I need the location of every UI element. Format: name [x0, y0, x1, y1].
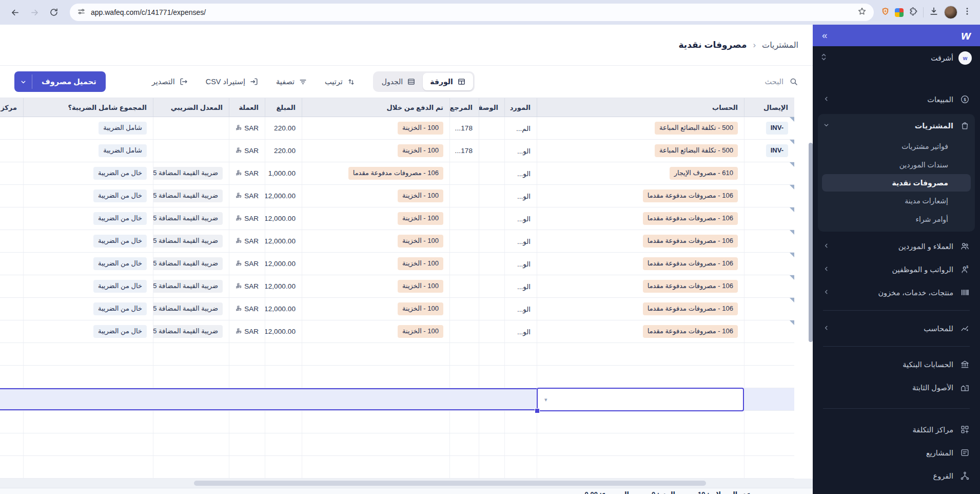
sort-button[interactable]: ترتيب [325, 78, 356, 86]
cell-description[interactable] [479, 207, 504, 230]
cell-amount[interactable]: 12,000.00 [265, 230, 302, 252]
cell-account[interactable] [537, 366, 744, 388]
cell-tax_rate[interactable]: ضريبة القيمة المضافة 15% [153, 298, 229, 320]
cell-currency[interactable]: SAR [229, 162, 265, 184]
cell-supplier[interactable]: الو... [504, 298, 537, 320]
cell-reference[interactable] [449, 366, 479, 388]
column-header-currency[interactable]: العملة [229, 98, 265, 117]
cell-paid_via[interactable]: 100 - الخزينة [302, 253, 449, 275]
cell-paid_via[interactable]: 100 - الخزينة [302, 275, 449, 297]
cell-account[interactable]: 500 - تكلفة البضائع المباعة [537, 140, 744, 162]
cell-tax_inclusive[interactable]: خال من الضريبة [23, 253, 153, 275]
filter-button[interactable]: تصفية [276, 78, 307, 86]
cell-tax_inclusive[interactable] [23, 411, 153, 433]
cell-tax_inclusive[interactable] [23, 343, 153, 365]
cell-cost_center[interactable] [0, 162, 23, 184]
sidebar-item-projects[interactable]: المشاريع [813, 441, 980, 464]
column-header-account[interactable]: الحساب [537, 98, 744, 117]
cell-receipt[interactable] [744, 366, 794, 388]
cell-paid_via[interactable]: 100 - الخزينة [302, 185, 449, 207]
reload-icon[interactable] [45, 4, 63, 21]
cell-cost_center[interactable] [0, 207, 23, 230]
cell-supplier[interactable]: الم... [504, 117, 537, 139]
view-table-tab[interactable]: الجدول [375, 73, 423, 90]
sidebar-subitem[interactable]: إشعارات مدينة [818, 192, 975, 210]
column-header-reference[interactable]: المرجع [449, 98, 479, 117]
forward-icon[interactable] [26, 4, 43, 21]
cell-paid_via[interactable] [302, 343, 449, 365]
cell-cost_center[interactable] [0, 117, 23, 139]
cell-reference[interactable] [449, 298, 479, 320]
cell-description[interactable] [479, 230, 504, 252]
view-sheet-tab[interactable]: الورقة [423, 73, 473, 90]
cell-description[interactable] [479, 320, 504, 343]
cell-amount[interactable]: 12,000.00 [265, 253, 302, 275]
cell-supplier[interactable]: الو... [504, 253, 537, 275]
cell-amount[interactable] [265, 366, 302, 388]
cell-supplier[interactable]: الو... [504, 140, 537, 162]
cell-account[interactable]: 106 - مصروفات مدفوعة مقدما [537, 320, 744, 343]
cell-description[interactable] [479, 140, 504, 162]
cell-tax_rate[interactable] [153, 117, 229, 139]
cell-account[interactable]: 500 - تكلفة البضائع المباعة [537, 117, 744, 139]
cell-currency[interactable] [229, 456, 265, 478]
cell-description[interactable] [479, 253, 504, 275]
cell-receipt[interactable] [744, 298, 794, 320]
cell-description[interactable] [479, 162, 504, 184]
cell-supplier[interactable]: الو... [504, 320, 537, 343]
horizontal-scrollbar-thumb[interactable] [194, 481, 706, 486]
cell-paid_via[interactable]: 100 - الخزينة [302, 230, 449, 252]
cell-tax_rate[interactable]: ضريبة القيمة المضافة 15% [153, 253, 229, 275]
shield-extension-icon[interactable] [881, 7, 890, 18]
cell-tax_rate[interactable]: ضريبة القيمة المضافة 15% [153, 320, 229, 343]
cell-tax_inclusive[interactable]: خال من الضريبة [23, 275, 153, 297]
cell-supplier[interactable] [504, 366, 537, 388]
sidebar-item-purchases[interactable]: المشتريات [818, 114, 975, 137]
sidebar-item-branches[interactable]: الفروع [813, 464, 980, 487]
cell-reference[interactable] [449, 185, 479, 207]
cell-account[interactable]: 106 - مصروفات مدفوعة مقدما [537, 275, 744, 297]
cell-cost_center[interactable] [0, 456, 23, 478]
cell-description[interactable] [479, 456, 504, 478]
cell-account[interactable]: 106 - مصروفات مدفوعة مقدما [537, 253, 744, 275]
cell-receipt[interactable] [744, 456, 794, 478]
site-settings-icon[interactable] [77, 7, 86, 18]
cell-description[interactable] [479, 433, 504, 455]
cell-currency[interactable]: SAR [229, 320, 265, 343]
sidebar-item-accountant[interactable]: للمحاسب [813, 317, 980, 340]
cell-account[interactable] [537, 343, 744, 365]
cell-account[interactable]: 106 - مصروفات مدفوعة مقدما [537, 298, 744, 320]
cell-description[interactable] [479, 275, 504, 297]
cell-amount[interactable]: 12,000.00 [265, 207, 302, 230]
cell-cost_center[interactable] [0, 230, 23, 252]
cell-description[interactable] [479, 185, 504, 207]
column-header-amount[interactable]: المبلغ [265, 98, 302, 117]
cell-supplier[interactable] [504, 411, 537, 433]
cell-supplier[interactable]: الو... [504, 275, 537, 297]
column-header-cost_center[interactable]: مركز التكلفة [0, 98, 23, 117]
sidebar-collapse-icon[interactable]: » [822, 30, 827, 41]
cell-supplier[interactable] [504, 456, 537, 478]
cell-currency[interactable] [229, 366, 265, 388]
cell-cost_center[interactable] [0, 343, 23, 365]
cell-receipt[interactable]: INV- [744, 117, 794, 139]
cell-paid_via[interactable] [302, 456, 449, 478]
cell-currency[interactable] [229, 411, 265, 433]
cell-reference[interactable]: 178... [449, 117, 479, 139]
cell-receipt[interactable] [744, 343, 794, 365]
cell-reference[interactable] [449, 456, 479, 478]
column-header-receipt[interactable]: الإيصال [744, 98, 794, 117]
cell-description[interactable] [479, 366, 504, 388]
cell-dropdown-icon[interactable]: ▾ [544, 396, 547, 403]
sidebar-item-cost_centers[interactable]: مراكز التكلفة [813, 418, 980, 441]
cell-tax_rate[interactable]: ضريبة القيمة المضافة 15% [153, 275, 229, 297]
sidebar-subitem[interactable]: سندات الموردين [818, 156, 975, 174]
cell-cost_center[interactable] [0, 411, 23, 433]
column-header-tax_rate[interactable]: المعدل الضريبي [153, 98, 229, 117]
sidebar-item-sales[interactable]: $المبيعات [813, 88, 980, 111]
cell-receipt[interactable] [744, 230, 794, 252]
active-cell[interactable]: ▾ [537, 388, 744, 411]
url-text[interactable]: app.wafeq.com/c/141771/expenses/ [91, 8, 852, 16]
cell-account[interactable]: 106 - مصروفات مدفوعة مقدما [537, 230, 744, 252]
cell-tax_rate[interactable] [153, 456, 229, 478]
